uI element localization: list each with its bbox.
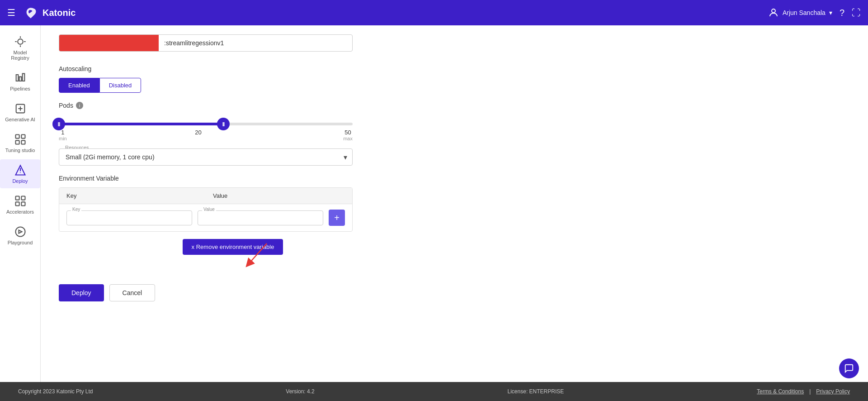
sidebar-item-tuning-studio[interactable]: Tuning studio: [0, 129, 40, 158]
sidebar-label-playground: Playground: [8, 240, 33, 245]
main-layout: Model Registry Pipelines Generative AI T…: [0, 25, 868, 382]
svg-rect-10: [21, 202, 25, 205]
pods-slider: ||| ||| 1 min 20 50 max: [59, 123, 353, 141]
value-float-label: Value: [202, 207, 216, 212]
slider-filled: [59, 123, 223, 125]
env-col-value: Value: [206, 188, 352, 204]
slider-min-label: 1 min: [59, 129, 67, 141]
value-input[interactable]: [198, 210, 323, 225]
accelerators-icon: [14, 195, 27, 207]
svg-point-1: [18, 39, 23, 44]
env-row: Key Value +: [59, 204, 352, 231]
env-table: Key Value Key Value +: [59, 187, 353, 232]
autoscaling-toggle-group: Enabled Disabled: [59, 78, 850, 93]
cancel-button[interactable]: Cancel: [109, 284, 156, 301]
terms-link[interactable]: Terms & Conditions: [757, 388, 804, 395]
image-input-bar: :streamlitregessionv1: [59, 25, 850, 56]
sidebar-label-tuning-studio: Tuning studio: [5, 148, 35, 153]
model-registry-icon: [14, 35, 27, 48]
sidebar-item-generative-ai[interactable]: Generative AI: [0, 98, 40, 127]
sidebar-item-playground[interactable]: Playground: [0, 221, 40, 250]
svg-rect-3: [15, 135, 19, 138]
sidebar-item-accelerators[interactable]: Accelerators: [0, 190, 40, 219]
user-icon: [768, 7, 779, 18]
resources-wrapper: Resources Small (2Gi memory, 1 core cpu)…: [59, 148, 353, 166]
svg-rect-5: [15, 140, 19, 144]
autoscaling-disabled-btn[interactable]: Disabled: [99, 78, 142, 93]
footer: Copyright 2023 Katonic Pty Ltd Version: …: [0, 382, 868, 401]
svg-rect-9: [15, 202, 19, 205]
add-env-btn[interactable]: +: [329, 210, 345, 226]
autoscaling-enabled-btn[interactable]: Enabled: [59, 78, 99, 93]
footer-copyright: Copyright 2023 Katonic Pty Ltd: [18, 388, 93, 395]
slider-mid-thumb[interactable]: |||: [217, 118, 230, 130]
user-name: Arjun Sanchala: [783, 9, 826, 16]
slider-min-thumb[interactable]: |||: [52, 118, 65, 130]
key-input[interactable]: [66, 210, 192, 225]
action-buttons: Deploy Cancel: [59, 284, 850, 301]
env-col-key: Key: [59, 188, 206, 204]
value-input-wrap: Value: [198, 210, 323, 225]
slider-mid-label: 20: [195, 129, 201, 141]
slider-track: ||| |||: [59, 123, 353, 125]
sidebar-label-deploy: Deploy: [12, 178, 28, 184]
help-icon[interactable]: ?: [840, 8, 844, 18]
chevron-down-icon: ▾: [829, 9, 832, 16]
logo: Katonic: [23, 5, 75, 21]
svg-point-11: [15, 227, 25, 237]
image-input-field: :streamlitregessionv1: [59, 34, 353, 52]
navbar: ☰ Katonic Arjun Sanchala ▾ ? ⛶: [0, 0, 868, 25]
svg-rect-4: [21, 135, 25, 138]
chat-bubble[interactable]: [839, 358, 859, 378]
generative-ai-icon: [14, 102, 27, 115]
autoscaling-label: Autoscaling: [59, 65, 850, 72]
footer-links: Terms & Conditions | Privacy Policy: [757, 388, 850, 395]
remove-env-section: x Remove environment variable: [59, 239, 353, 275]
sidebar: Model Registry Pipelines Generative AI T…: [0, 25, 41, 382]
slider-labels: 1 min 20 50 max: [59, 129, 353, 141]
slider-max-label: 50 max: [343, 129, 353, 141]
sidebar-item-pipelines[interactable]: Pipelines: [0, 67, 40, 96]
pods-label: Pods i: [59, 102, 850, 109]
footer-license: License: ENTERPRISE: [508, 388, 564, 395]
playground-icon: [14, 225, 27, 238]
svg-point-0: [772, 9, 775, 13]
footer-version: Version: 4.2: [286, 388, 314, 395]
user-menu[interactable]: Arjun Sanchala ▾: [768, 7, 832, 18]
tuning-studio-icon: [14, 133, 27, 146]
env-table-header: Key Value: [59, 188, 352, 204]
chat-icon: [844, 363, 854, 373]
hamburger-menu[interactable]: ☰: [7, 7, 15, 18]
sidebar-label-pipelines: Pipelines: [10, 86, 30, 91]
expand-icon[interactable]: ⛶: [852, 8, 861, 18]
svg-rect-7: [15, 196, 19, 200]
sidebar-item-model-registry[interactable]: Model Registry: [0, 31, 40, 65]
logo-text: Katonic: [42, 8, 75, 18]
image-input-text: :streamlitregessionv1: [159, 35, 352, 51]
sidebar-label-generative-ai: Generative AI: [5, 117, 35, 122]
image-input-red-section: [59, 35, 159, 51]
pods-info-icon[interactable]: i: [76, 102, 83, 109]
privacy-link[interactable]: Privacy Policy: [816, 388, 850, 395]
deploy-icon: [14, 164, 27, 177]
key-float-label: Key: [71, 207, 81, 212]
deploy-button[interactable]: Deploy: [59, 284, 104, 301]
svg-rect-8: [21, 196, 25, 200]
content-area: :streamlitregessionv1 Autoscaling Enable…: [41, 25, 868, 382]
svg-rect-6: [21, 140, 25, 144]
remove-env-btn[interactable]: x Remove environment variable: [183, 239, 283, 255]
sidebar-label-model-registry: Model Registry: [4, 50, 37, 61]
sidebar-item-deploy[interactable]: Deploy: [0, 159, 40, 188]
footer-divider: |: [809, 388, 811, 395]
env-var-label: Environment Variable: [59, 175, 850, 182]
logo-icon: [23, 5, 39, 21]
resources-select[interactable]: Small (2Gi memory, 1 core cpu): [59, 148, 353, 166]
key-input-wrap: Key: [66, 210, 192, 225]
pipelines-icon: [14, 72, 27, 84]
sidebar-label-accelerators: Accelerators: [6, 209, 34, 215]
